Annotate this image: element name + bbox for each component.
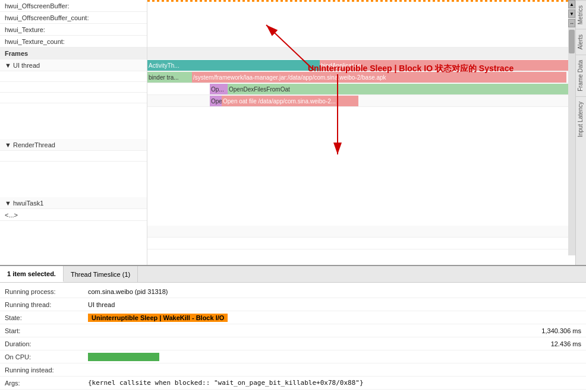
vtab-metrics[interactable]: Metrics [576, 0, 586, 29]
trace-block-op1[interactable]: Op... [210, 84, 228, 94]
vertical-tabs-panel: Metrics Alerts Frame Data Input Latency [575, 0, 586, 265]
bottom-panel: 1 item selected. Thread Timeslice (1) Ru… [0, 265, 586, 392]
timeline-render-sub [147, 238, 575, 249]
cpu-bar [88, 353, 159, 361]
timeline-spacer2 [147, 249, 575, 265]
trace-block-open-dex[interactable]: OpenDexFilesFromOat [228, 84, 569, 94]
trace-block-open-oat[interactable]: Open oat file /data/app/com.sina.weibo-2… [222, 96, 358, 106]
state-badge: Uninterruptible Sleep | WakeKill - Block… [88, 314, 228, 322]
sidebar-spacer2 [0, 162, 147, 197]
sidebar-item-ui-thread[interactable]: ▼ UI thread [0, 59, 147, 71]
info-row-running-instead: Running instead: [0, 363, 586, 377]
sidebar-item-ui-sub2 [0, 82, 147, 93]
sidebar-item-render-thread[interactable]: ▼ RenderThread [0, 139, 147, 151]
scroll-expand-btn[interactable]: ↔ [568, 19, 575, 27]
sidebar-item-ui-sub1 [0, 71, 147, 82]
trace-block-activity-th[interactable]: ActivityTh... [147, 60, 320, 71]
info-row-state: State: Uninterruptible Sleep | WakeKill … [0, 311, 586, 324]
info-row-duration: Duration: 12.436 ms [0, 337, 586, 350]
timeline-render-thread [147, 226, 575, 238]
tab-thread-timeslice[interactable]: Thread Timeslice (1) [64, 266, 138, 282]
scroll-down-btn[interactable]: ▼ [568, 10, 575, 18]
scroll-thumb[interactable] [569, 30, 575, 53]
sidebar-item-ui-sub3 [0, 93, 147, 103]
tab-selected[interactable]: 1 item selected. [0, 266, 64, 282]
sidebar-item-hwui-offscreenbuffer-count: hwui_OffscreenBuffer_count: [0, 12, 147, 24]
info-row-on-cpu: On CPU: [0, 350, 586, 363]
bottom-content: Running process: com.sina.weibo (pid 313… [0, 283, 586, 392]
sidebar-section-frames: Frames [0, 48, 147, 59]
vertical-scrollbar[interactable]: ▲ ▼ ↔ [568, 0, 575, 255]
sidebar-item-more: <...> [0, 209, 147, 221]
info-row-start: Start: 1,340.306 ms [0, 324, 586, 337]
timeline-frames-header [147, 48, 575, 59]
timeline-ope-row: Ope Open oat file /data/app/com.sina.wei… [147, 95, 575, 107]
vtab-input-latency[interactable]: Input Latency [576, 96, 586, 142]
sidebar-item-hwui-task[interactable]: ▼ hwuiTask1 [0, 197, 147, 209]
sidebar-item-render-sub [0, 151, 147, 162]
info-row-args: Args: {kernel callsite when blocked:: "w… [0, 377, 586, 390]
sidebar-item-hwui-texture-count: hwui_Texture_count: [0, 36, 147, 48]
info-row-thread: Running thread: UI thread [0, 298, 586, 311]
trace-block-binder-tra[interactable]: binder tra... [147, 72, 192, 83]
orange-dots-indicator [147, 0, 575, 2]
bottom-tabs-bar: 1 item selected. Thread Timeslice (1) [0, 266, 586, 283]
timeline-hwui-rows [147, 0, 575, 48]
vtab-frame-data[interactable]: Frame Data [576, 55, 586, 96]
timeline-binder-row: binder tra... /system/framework/laa-mana… [147, 71, 575, 83]
timeline-ui-thread: ActivityTh... bindApplication [147, 59, 575, 71]
timeline-op-row: Op... OpenDexFilesFromOat [147, 83, 575, 95]
sidebar: hwui_OffscreenBuffer: hwui_OffscreenBuff… [0, 0, 147, 265]
vtab-alerts[interactable]: Alerts [576, 29, 586, 55]
sidebar-item-hwui-offscreenbuffer: hwui_OffscreenBuffer: [0, 0, 147, 12]
timeline-annotation-area: UnInterruptible Sleep | Block IO 状态对应的 S… [147, 107, 575, 226]
timeline-area[interactable]: ActivityTh... bindApplication binder tra… [147, 0, 575, 265]
trace-block-bind-app[interactable]: bindApplication [320, 60, 569, 71]
info-row-process: Running process: com.sina.weibo (pid 313… [0, 285, 586, 298]
trace-block-system-fw[interactable]: /system/framework/laa-manager.jar:/data/… [192, 72, 566, 83]
sidebar-item-hwui-texture: hwui_Texture: [0, 24, 147, 36]
trace-block-ope1[interactable]: Ope [210, 96, 222, 106]
sidebar-spacer1 [0, 103, 147, 139]
scroll-up-btn[interactable]: ▲ [568, 0, 575, 8]
